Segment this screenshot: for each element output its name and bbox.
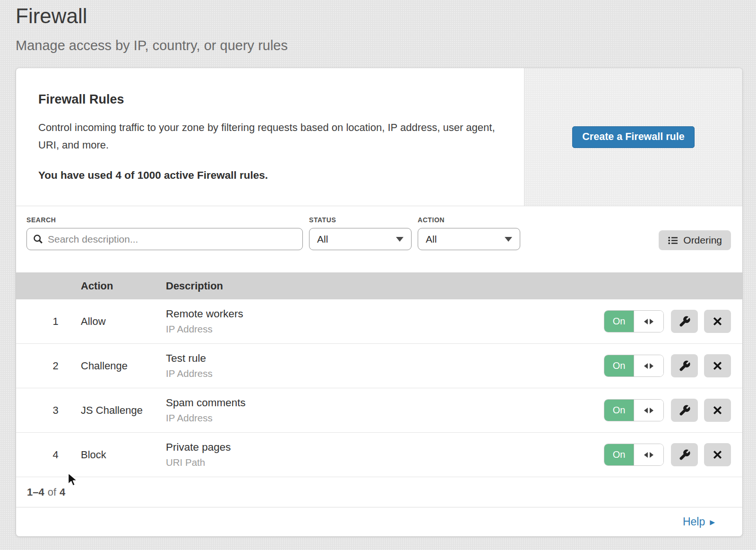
rule-description-cell: Spam comments IP Address bbox=[166, 397, 603, 424]
close-icon bbox=[712, 449, 723, 461]
search-input[interactable] bbox=[26, 228, 303, 250]
status-select[interactable]: All bbox=[309, 228, 412, 250]
rule-description-cell: Remote workers IP Address bbox=[166, 308, 603, 335]
edit-rule-button[interactable] bbox=[671, 443, 698, 466]
page-title: Firewall bbox=[0, 0, 756, 29]
table-row: 3 JS Challenge Spam comments IP Address … bbox=[16, 388, 742, 433]
action-label: ACTION bbox=[418, 216, 520, 224]
page-subtitle: Manage access by IP, country, or query r… bbox=[0, 36, 756, 55]
action-select[interactable]: All bbox=[418, 228, 520, 250]
rule-action: Block bbox=[81, 449, 166, 461]
ordering-button-label: Ordering bbox=[683, 235, 722, 246]
status-select-value: All bbox=[317, 234, 328, 245]
wrench-icon bbox=[679, 404, 691, 417]
edit-rule-button[interactable] bbox=[671, 310, 698, 333]
rule-description-cell: Private pages URI Path bbox=[166, 441, 603, 468]
card-footer: Help ▶ bbox=[16, 507, 742, 536]
rule-toggle[interactable]: On bbox=[604, 310, 664, 332]
rule-controls: On bbox=[603, 443, 742, 466]
rules-usage-note: You have used 4 of 1000 active Firewall … bbox=[38, 169, 510, 182]
toggle-arrows-icon bbox=[634, 311, 663, 332]
rule-description: Remote workers bbox=[166, 308, 603, 320]
wrench-icon bbox=[679, 449, 691, 461]
rule-match-type: IP Address bbox=[166, 368, 603, 379]
rule-match-type: URI Path bbox=[166, 457, 603, 468]
table-header-action: Action bbox=[81, 280, 166, 292]
rule-controls: On bbox=[603, 399, 742, 422]
pagination: 1–4 of 4 bbox=[16, 477, 742, 507]
firewall-rules-card: Firewall Rules Control incoming traffic … bbox=[16, 68, 743, 537]
toggle-arrows-icon bbox=[634, 355, 663, 376]
rule-action: JS Challenge bbox=[81, 404, 166, 417]
pagination-of: of bbox=[48, 486, 56, 498]
delete-rule-button[interactable] bbox=[704, 443, 731, 466]
delete-rule-button[interactable] bbox=[704, 399, 731, 422]
table-body: 1 Allow Remote workers IP Address On bbox=[16, 299, 742, 477]
ordering-list-icon bbox=[668, 236, 678, 245]
search-filter: SEARCH bbox=[26, 216, 303, 250]
table-row: 2 Challenge Test rule IP Address On bbox=[16, 344, 742, 388]
rule-controls: On bbox=[603, 310, 742, 333]
search-label: SEARCH bbox=[26, 216, 303, 224]
action-select-value: All bbox=[426, 234, 437, 245]
edit-rule-button[interactable] bbox=[671, 399, 698, 422]
rule-priority: 4 bbox=[16, 449, 81, 461]
rules-heading: Firewall Rules bbox=[38, 92, 510, 107]
rule-description: Spam comments bbox=[166, 397, 603, 409]
action-filter: ACTION All bbox=[418, 216, 520, 250]
chevron-down-icon bbox=[396, 237, 404, 242]
rule-description-cell: Test rule IP Address bbox=[166, 352, 603, 379]
table-row: 1 Allow Remote workers IP Address On bbox=[16, 299, 742, 344]
toggle-arrows-icon bbox=[634, 400, 663, 421]
toggle-on-label: On bbox=[604, 355, 634, 376]
toggle-on-label: On bbox=[604, 311, 634, 332]
create-firewall-rule-button[interactable]: Create a Firewall rule bbox=[572, 126, 694, 148]
close-icon bbox=[712, 360, 723, 372]
toggle-arrows-icon bbox=[634, 444, 663, 465]
help-link-label: Help bbox=[683, 515, 705, 528]
rule-action: Challenge bbox=[81, 360, 166, 372]
rule-match-type: IP Address bbox=[166, 412, 603, 424]
table-row: 4 Block Private pages URI Path On bbox=[16, 433, 742, 477]
wrench-icon bbox=[679, 360, 691, 372]
rule-description: Private pages bbox=[166, 441, 603, 454]
filters-bar: SEARCH STATUS All ACTION All bbox=[16, 206, 742, 272]
rule-action: Allow bbox=[81, 315, 166, 328]
create-rule-panel: Create a Firewall rule bbox=[524, 68, 742, 206]
rule-priority: 2 bbox=[16, 360, 81, 372]
status-filter: STATUS All bbox=[309, 216, 412, 250]
close-icon bbox=[712, 315, 723, 327]
wrench-icon bbox=[679, 315, 691, 328]
rule-description: Test rule bbox=[166, 352, 603, 365]
pagination-total: 4 bbox=[60, 486, 65, 498]
card-header: Firewall Rules Control incoming traffic … bbox=[16, 68, 742, 206]
edit-rule-button[interactable] bbox=[671, 354, 698, 377]
ordering-button[interactable]: Ordering bbox=[659, 230, 731, 250]
delete-rule-button[interactable] bbox=[704, 310, 731, 333]
rule-toggle[interactable]: On bbox=[604, 355, 664, 377]
toggle-on-label: On bbox=[604, 400, 634, 421]
rules-intro: Firewall Rules Control incoming traffic … bbox=[16, 68, 524, 206]
search-icon bbox=[32, 233, 44, 247]
rule-toggle[interactable]: On bbox=[604, 444, 664, 466]
help-link[interactable]: Help ▶ bbox=[683, 515, 715, 528]
rules-description: Control incoming traffic to your zone by… bbox=[38, 119, 499, 154]
pagination-range: 1–4 bbox=[27, 486, 44, 498]
toggle-on-label: On bbox=[604, 444, 634, 465]
rule-match-type: IP Address bbox=[166, 323, 603, 335]
rule-priority: 3 bbox=[16, 404, 81, 417]
rule-toggle[interactable]: On bbox=[604, 399, 664, 421]
rule-controls: On bbox=[603, 354, 742, 377]
rule-priority: 1 bbox=[16, 315, 81, 328]
delete-rule-button[interactable] bbox=[704, 354, 731, 377]
table-header-description: Description bbox=[166, 280, 603, 292]
chevron-down-icon bbox=[505, 237, 512, 242]
help-arrow-icon: ▶ bbox=[710, 518, 715, 526]
status-label: STATUS bbox=[309, 216, 412, 224]
close-icon bbox=[712, 404, 723, 416]
table-header-row: Action Description bbox=[16, 272, 742, 299]
